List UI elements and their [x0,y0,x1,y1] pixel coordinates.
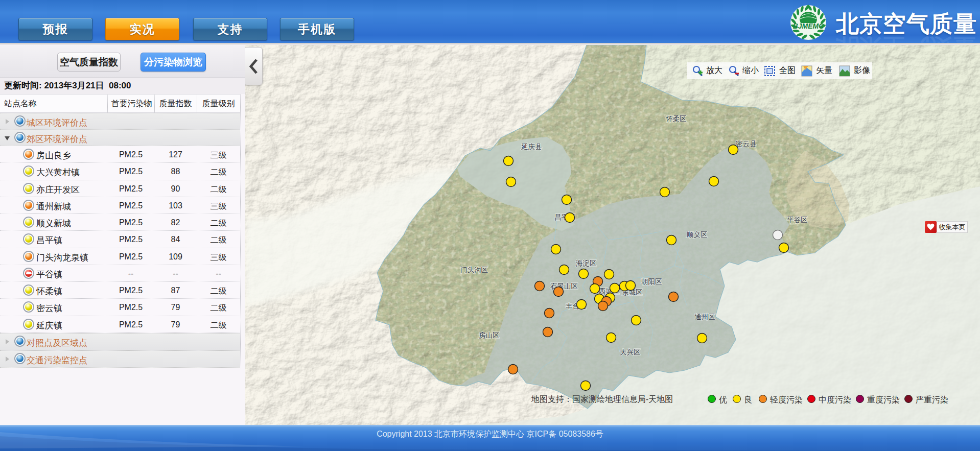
svg-text:延庆县: 延庆县 [521,143,542,151]
svg-text:密云县: 密云县 [736,140,757,148]
svg-text:房山区: 房山区 [479,331,500,339]
svg-text:朝阳区: 朝阳区 [641,278,662,286]
svg-text:BJMEMC: BJMEMC [793,22,825,30]
svg-text:门头沟区: 门头沟区 [460,266,488,274]
svg-text:平谷区: 平谷区 [787,216,808,224]
svg-text:海淀区: 海淀区 [576,259,597,267]
svg-text:大兴区: 大兴区 [620,348,641,356]
svg-text:通州区: 通州区 [694,313,715,321]
svg-text:顺义区: 顺义区 [687,231,708,239]
svg-text:怀柔区: 怀柔区 [665,115,687,123]
